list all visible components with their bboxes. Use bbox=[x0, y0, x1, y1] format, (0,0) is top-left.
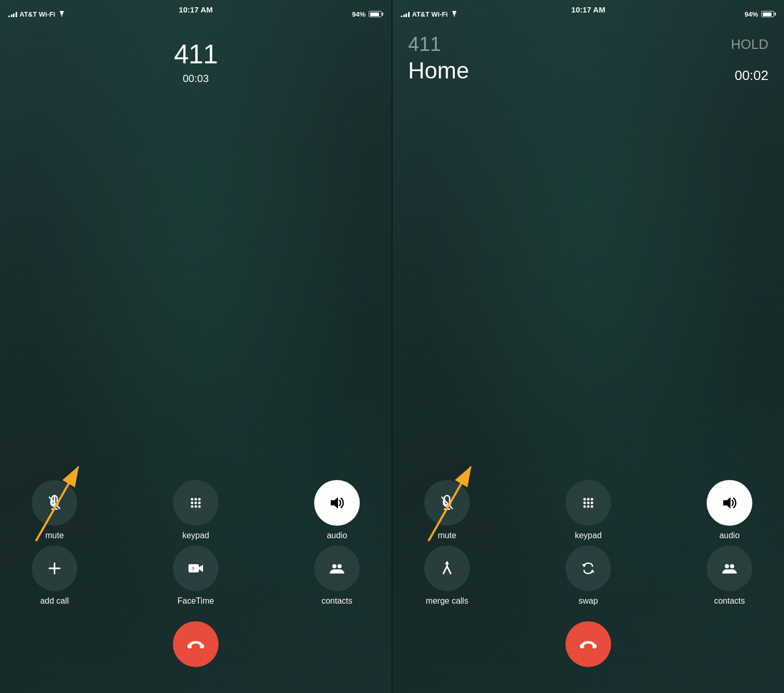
right-contacts-icon bbox=[720, 559, 739, 578]
svg-point-20 bbox=[332, 564, 336, 568]
right-arrow-annotation bbox=[418, 452, 522, 548]
svg-line-51 bbox=[429, 468, 470, 540]
svg-text:?: ? bbox=[192, 566, 195, 571]
right-end-call-icon bbox=[577, 633, 600, 656]
right-status-left: AT&T Wi-Fi bbox=[401, 10, 458, 18]
svg-point-10 bbox=[198, 502, 201, 504]
right-keypad-btn-item: keypad bbox=[555, 480, 622, 540]
svg-point-32 bbox=[591, 498, 593, 501]
left-caller-name: 411 bbox=[174, 38, 218, 70]
right-hold-label: HOLD bbox=[731, 36, 768, 52]
rbar4 bbox=[408, 12, 410, 17]
svg-point-47 bbox=[730, 564, 734, 568]
right-audio-button[interactable] bbox=[707, 480, 752, 526]
right-speaker-icon bbox=[720, 494, 739, 512]
left-status-bar: AT&T Wi-Fi 10:17 AM 94% bbox=[0, 0, 391, 23]
left-phone-screen: AT&T Wi-Fi 10:17 AM 94% 411 00:03 bbox=[0, 0, 391, 693]
left-call-timer: 00:03 bbox=[183, 73, 209, 85]
svg-point-33 bbox=[584, 502, 586, 504]
right-contacts-button[interactable] bbox=[707, 545, 752, 591]
left-facetime-label: FaceTime bbox=[178, 596, 214, 606]
left-contacts-btn-item: contacts bbox=[303, 545, 371, 606]
right-swap-icon bbox=[579, 559, 598, 578]
svg-point-38 bbox=[591, 505, 593, 508]
left-contacts-button[interactable] bbox=[314, 545, 360, 591]
right-merge-calls-btn-item: merge calls bbox=[413, 545, 481, 606]
svg-point-8 bbox=[191, 502, 194, 504]
left-signal-bars bbox=[8, 11, 17, 17]
svg-point-31 bbox=[587, 498, 590, 501]
right-status-bar: AT&T Wi-Fi 10:17 AM 94% bbox=[393, 0, 784, 23]
right-contacts-label: contacts bbox=[714, 596, 745, 606]
svg-point-46 bbox=[725, 564, 729, 568]
left-speaker-icon bbox=[328, 494, 346, 512]
svg-marker-43 bbox=[445, 561, 449, 564]
left-end-call-icon bbox=[184, 633, 207, 656]
left-battery-icon bbox=[369, 11, 383, 17]
left-facetime-icon: ? bbox=[186, 559, 205, 578]
svg-point-37 bbox=[587, 505, 590, 508]
left-battery-pct: 94% bbox=[352, 10, 366, 18]
svg-marker-45 bbox=[590, 569, 594, 572]
bar1 bbox=[8, 16, 10, 17]
left-add-call-button[interactable] bbox=[32, 545, 77, 591]
rbar2 bbox=[403, 15, 405, 17]
svg-point-7 bbox=[198, 498, 201, 501]
right-call-timer: 00:02 bbox=[735, 68, 768, 84]
bar2 bbox=[11, 15, 12, 17]
left-status-left: AT&T Wi-Fi bbox=[8, 10, 66, 18]
left-arrow-annotation bbox=[26, 452, 130, 548]
svg-marker-39 bbox=[723, 497, 731, 509]
left-wifi-icon bbox=[58, 11, 66, 17]
svg-marker-18 bbox=[199, 565, 203, 572]
svg-rect-23 bbox=[200, 644, 204, 648]
rbar3 bbox=[405, 14, 407, 17]
left-keypad-button[interactable] bbox=[173, 480, 219, 526]
left-arrow-svg bbox=[26, 452, 130, 545]
rbar1 bbox=[401, 16, 402, 17]
left-add-call-btn-item: add call bbox=[21, 545, 88, 606]
right-contacts-btn-item: contacts bbox=[696, 545, 763, 606]
right-merge-icon bbox=[438, 559, 456, 578]
right-carrier: AT&T Wi-Fi bbox=[412, 10, 448, 18]
svg-point-36 bbox=[584, 505, 586, 508]
right-merge-calls-button[interactable] bbox=[424, 545, 470, 591]
right-swap-label: swap bbox=[578, 596, 598, 606]
right-status-right: 94% bbox=[745, 10, 776, 18]
svg-point-35 bbox=[591, 502, 593, 504]
svg-point-21 bbox=[337, 564, 342, 568]
left-facetime-button[interactable]: ? bbox=[173, 545, 219, 591]
right-audio-label: audio bbox=[719, 531, 739, 540]
bar4 bbox=[16, 12, 17, 17]
right-audio-btn-item: audio bbox=[696, 480, 763, 540]
right-battery-pct: 94% bbox=[745, 10, 758, 18]
right-end-call-button[interactable] bbox=[565, 621, 611, 667]
left-end-call-button[interactable] bbox=[173, 621, 219, 667]
right-time: 10:17 AM bbox=[571, 5, 605, 14]
svg-line-41 bbox=[447, 566, 451, 574]
right-keypad-label: keypad bbox=[575, 531, 602, 540]
left-keypad-btn-item: keypad bbox=[162, 480, 229, 540]
right-caller-active: Home bbox=[408, 58, 469, 84]
right-call-info: 411 HOLD Home 00:02 bbox=[393, 23, 784, 84]
left-buttons-row2: add call ? FaceTime bbox=[21, 545, 371, 606]
left-audio-button[interactable] bbox=[314, 480, 360, 526]
left-keypad-icon bbox=[186, 494, 205, 512]
right-battery-icon bbox=[761, 11, 776, 17]
svg-point-5 bbox=[191, 498, 194, 501]
right-keypad-button[interactable] bbox=[565, 480, 611, 526]
left-end-call-area bbox=[173, 621, 219, 667]
svg-rect-22 bbox=[187, 644, 192, 648]
right-buttons-row2: merge calls swap bbox=[413, 545, 763, 606]
right-arrow-svg bbox=[418, 452, 522, 545]
left-plus-icon bbox=[45, 559, 64, 578]
left-time: 10:17 AM bbox=[179, 5, 212, 14]
svg-point-6 bbox=[195, 498, 197, 501]
svg-rect-48 bbox=[580, 644, 584, 648]
right-swap-button[interactable] bbox=[565, 545, 611, 591]
svg-line-25 bbox=[36, 468, 78, 540]
right-end-call-area bbox=[565, 621, 611, 667]
svg-point-13 bbox=[198, 505, 201, 508]
svg-point-11 bbox=[191, 505, 194, 508]
left-call-info: 411 00:03 bbox=[0, 23, 391, 480]
